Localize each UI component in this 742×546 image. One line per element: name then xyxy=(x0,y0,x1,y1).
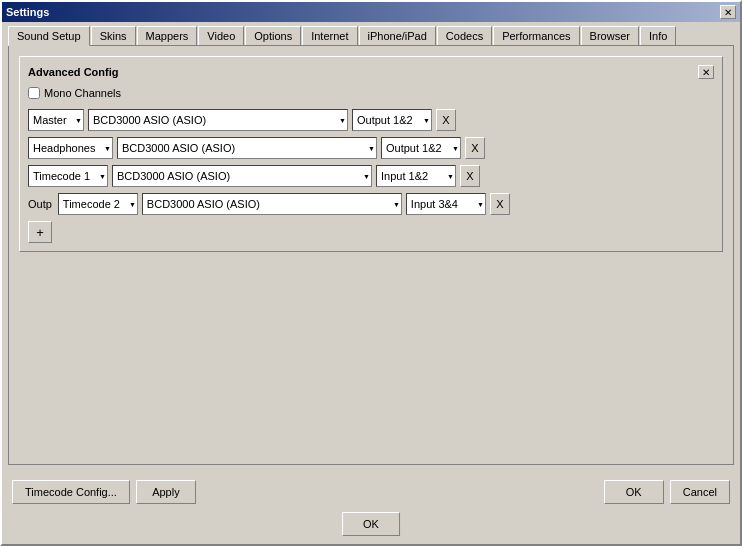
timecode1-device-select[interactable]: BCD3000 ASIO (ASIO) xyxy=(112,165,372,187)
timecode1-label-wrapper: Timecode 1 xyxy=(28,165,108,187)
ok-bottom-button[interactable]: OK xyxy=(342,512,400,536)
tab-info[interactable]: Info xyxy=(640,26,676,45)
timecode1-label-select[interactable]: Timecode 1 xyxy=(28,165,108,187)
master-channel-select[interactable]: Output 1&2 xyxy=(352,109,432,131)
settings-window: Settings ✕ Sound Setup Skins Mappers Vid… xyxy=(0,0,742,546)
bottom-right-buttons: OK Cancel xyxy=(604,480,730,504)
tab-browser[interactable]: Browser xyxy=(581,26,639,45)
config-row-master: Master BCD3000 ASIO (ASIO) Output 1&2 X xyxy=(28,109,714,131)
tab-iphone-ipad[interactable]: iPhone/iPad xyxy=(359,26,436,45)
timecode2-label-wrapper: Timecode 2 xyxy=(58,193,138,215)
timecode2-channel-wrapper: Input 3&4 xyxy=(406,193,486,215)
tab-bar: Sound Setup Skins Mappers Video Options … xyxy=(2,22,740,45)
headphones-device-wrapper: BCD3000 ASIO (ASIO) xyxy=(117,137,377,159)
advanced-config-panel: Advanced Config ✕ Mono Channels Master B… xyxy=(19,56,723,252)
timecode2-device-select[interactable]: BCD3000 ASIO (ASIO) xyxy=(142,193,402,215)
timecode2-label-select[interactable]: Timecode 2 xyxy=(58,193,138,215)
tab-mappers[interactable]: Mappers xyxy=(137,26,198,45)
timecode1-device-wrapper: BCD3000 ASIO (ASIO) xyxy=(112,165,372,187)
tab-options[interactable]: Options xyxy=(245,26,301,45)
headphones-channel-wrapper: Output 1&2 xyxy=(381,137,461,159)
master-device-wrapper: BCD3000 ASIO (ASIO) xyxy=(88,109,348,131)
inner-panel-title-bar: Advanced Config ✕ xyxy=(28,65,714,79)
headphones-label-select[interactable]: Headphones xyxy=(28,137,113,159)
bottom-bar: Timecode Config... Apply OK Cancel xyxy=(2,472,740,512)
tab-sound-setup[interactable]: Sound Setup xyxy=(8,26,90,46)
timecode1-x-button[interactable]: X xyxy=(460,165,480,187)
timecode-config-button[interactable]: Timecode Config... xyxy=(12,480,130,504)
mono-channels-row: Mono Channels xyxy=(28,87,714,99)
headphones-device-select[interactable]: BCD3000 ASIO (ASIO) xyxy=(117,137,377,159)
cancel-button[interactable]: Cancel xyxy=(670,480,730,504)
headphones-x-button[interactable]: X xyxy=(465,137,485,159)
timecode1-channel-select[interactable]: Input 1&2 xyxy=(376,165,456,187)
timecode2-device-wrapper: BCD3000 ASIO (ASIO) xyxy=(142,193,402,215)
headphones-channel-select[interactable]: Output 1&2 xyxy=(381,137,461,159)
title-bar: Settings ✕ xyxy=(2,2,740,22)
tab-skins[interactable]: Skins xyxy=(91,26,136,45)
mono-channels-label: Mono Channels xyxy=(44,87,121,99)
timecode2-channel-select[interactable]: Input 3&4 xyxy=(406,193,486,215)
outp-label: Outp xyxy=(28,198,52,210)
master-device-select[interactable]: BCD3000 ASIO (ASIO) xyxy=(88,109,348,131)
mono-channels-checkbox[interactable] xyxy=(28,87,40,99)
tab-internet[interactable]: Internet xyxy=(302,26,357,45)
tab-content: Advanced Config ✕ Mono Channels Master B… xyxy=(8,45,734,465)
config-row-timecode2: Outp Timecode 2 BCD3000 ASIO (ASIO) Inpu… xyxy=(28,193,714,215)
ok-button[interactable]: OK xyxy=(604,480,664,504)
timecode2-x-button[interactable]: X xyxy=(490,193,510,215)
master-label-wrapper: Master xyxy=(28,109,84,131)
inner-panel-close-button[interactable]: ✕ xyxy=(698,65,714,79)
headphones-label-wrapper: Headphones xyxy=(28,137,113,159)
master-x-button[interactable]: X xyxy=(436,109,456,131)
apply-button[interactable]: Apply xyxy=(136,480,196,504)
window-close-button[interactable]: ✕ xyxy=(720,5,736,19)
inner-panel-title: Advanced Config xyxy=(28,66,118,78)
add-row-button[interactable]: + xyxy=(28,221,52,243)
config-row-timecode1: Timecode 1 BCD3000 ASIO (ASIO) Input 1&2… xyxy=(28,165,714,187)
timecode1-channel-wrapper: Input 1&2 xyxy=(376,165,456,187)
tab-performances[interactable]: Performances xyxy=(493,26,579,45)
master-label-select[interactable]: Master xyxy=(28,109,84,131)
window-title: Settings xyxy=(6,6,49,18)
master-channel-wrapper: Output 1&2 xyxy=(352,109,432,131)
bottom-left-buttons: Timecode Config... Apply xyxy=(12,480,196,504)
tab-video[interactable]: Video xyxy=(198,26,244,45)
tab-codecs[interactable]: Codecs xyxy=(437,26,492,45)
config-row-headphones: Headphones BCD3000 ASIO (ASIO) Output 1&… xyxy=(28,137,714,159)
